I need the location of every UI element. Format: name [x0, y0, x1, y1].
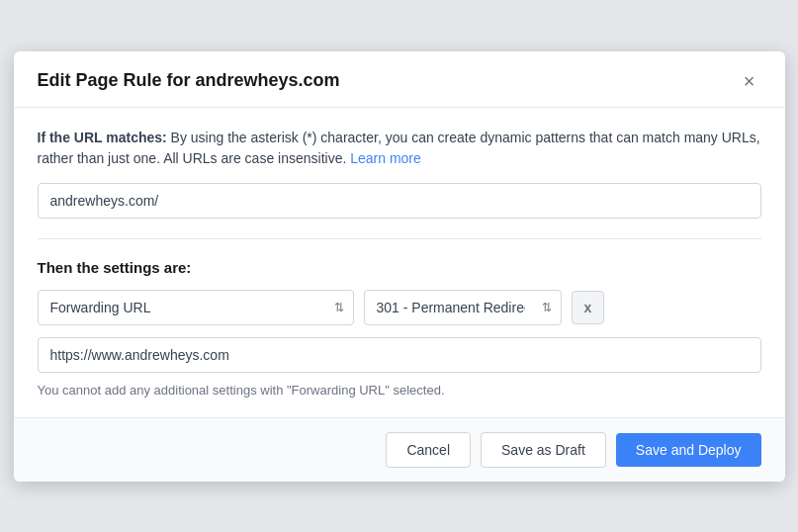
settings-label: Then the settings are:: [38, 259, 761, 276]
redirect-type-select[interactable]: 301 - Permanent Redirect 302 - Temporary…: [364, 290, 562, 325]
url-match-input[interactable]: [38, 183, 761, 219]
modal-footer: Cancel Save as Draft Save and Deploy: [14, 417, 785, 482]
url-description-bold: If the URL matches:: [38, 130, 167, 145]
section-divider: [38, 238, 761, 239]
settings-row: Forwarding URL ⇅ 301 - Permanent Redirec…: [38, 290, 761, 325]
save-draft-button[interactable]: Save as Draft: [481, 432, 606, 468]
close-button[interactable]: ×: [738, 69, 761, 93]
modal: Edit Page Rule for andrewheys.com × If t…: [14, 51, 785, 482]
redirect-type-select-wrapper: 301 - Permanent Redirect 302 - Temporary…: [364, 290, 562, 325]
save-deploy-button[interactable]: Save and Deploy: [616, 433, 761, 467]
learn-more-link[interactable]: Learn more: [350, 150, 421, 166]
forwarding-url-select[interactable]: Forwarding URL: [38, 290, 354, 325]
modal-body: If the URL matches: By using the asteris…: [14, 108, 785, 417]
modal-header: Edit Page Rule for andrewheys.com ×: [14, 51, 785, 108]
modal-overlay: Edit Page Rule for andrewheys.com × If t…: [0, 0, 798, 532]
forwarding-warning-text: You cannot add any additional settings w…: [38, 383, 761, 398]
url-description: If the URL matches: By using the asteris…: [38, 128, 761, 169]
modal-title: Edit Page Rule for andrewheys.com: [38, 70, 340, 91]
cancel-button[interactable]: Cancel: [386, 432, 471, 468]
remove-setting-button[interactable]: x: [572, 291, 605, 324]
forwarding-select-wrapper: Forwarding URL ⇅: [38, 290, 354, 325]
redirect-url-input[interactable]: [38, 337, 761, 373]
